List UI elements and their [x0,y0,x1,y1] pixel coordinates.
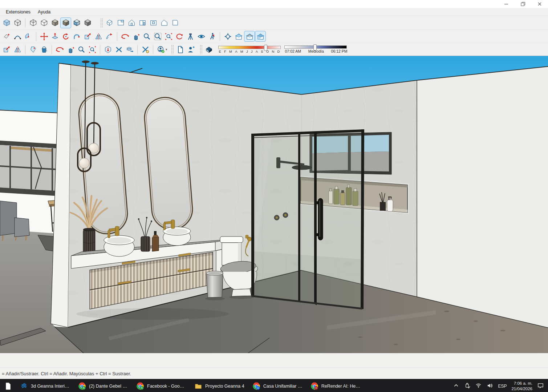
taskbar-item-3d-geanna-interior[interactable]: 3d Geanna Interior ... [16,379,74,392]
style-wireframe-icon [29,19,37,27]
view-left-button[interactable] [159,17,170,28]
zoom-extents-icon [165,32,173,41]
arc-2pt-button[interactable] [12,31,23,42]
taskbar: 3d Geanna Interior ...h(2) Dante Gebel #… [0,379,548,392]
flip-button[interactable] [12,44,23,55]
zoom-button[interactable] [76,44,87,55]
taskbar-item-2-dante-gebel-94[interactable]: h(2) Dante Gebel #94... [74,379,132,392]
position-camera-button[interactable] [185,31,196,42]
section-cuts-button[interactable] [244,31,255,42]
position-texture-button[interactable] [28,44,38,55]
taskbar-item-facebook-google[interactable]: hFacebook - Google ... [132,379,190,392]
zoom-window-button[interactable] [152,31,163,42]
minimize-button[interactable] [498,0,515,8]
style-xray-button[interactable] [1,17,12,28]
pan-button[interactable] [130,31,141,42]
move-button[interactable] [38,31,49,42]
date-slider-track[interactable] [218,46,281,49]
paint-bucket-button[interactable] [38,44,49,55]
date-slider-handle[interactable] [264,45,267,51]
vessel-sink-right[interactable] [163,227,191,246]
section-fills-button[interactable] [255,31,266,42]
previous-button[interactable] [174,31,185,42]
taskbar-item-casa-unifamiliar-en[interactable]: cCasa Unifamiliar en... [248,379,307,392]
add-person-button[interactable] [186,44,197,55]
restore-down-button[interactable] [515,0,531,8]
style-shaded-button[interactable] [49,17,60,28]
menu-ayuda[interactable]: Ayuda [34,9,54,15]
pan-button[interactable] [65,44,76,55]
taskbar-item-rerender-ai-herra[interactable]: ≈ReRender AI: Herra... [307,379,365,392]
get-models-button[interactable] [102,44,113,55]
zoom-extents-button[interactable] [87,44,98,55]
3d-viewport[interactable] [0,56,548,368]
close-icon [537,1,543,7]
flip-icon [94,32,103,41]
vessel-sink-left[interactable] [104,235,134,256]
new-document-button[interactable] [175,44,186,55]
taskbar-item-proyecto-geanna-4[interactable]: Proyecto Geanna 4 [190,379,248,392]
style-monochrome-button[interactable] [82,17,93,28]
tray-chevron-up-icon[interactable] [453,382,459,390]
time-slider-track[interactable] [284,45,347,49]
taskbar-item-file-document[interactable] [0,379,16,392]
flip-button[interactable] [93,31,104,42]
taskbar-item-label: Facebook - Google ... [147,384,186,389]
view-iso-button[interactable] [104,17,115,28]
close-button[interactable] [531,0,548,8]
style-shaded-textures-button[interactable] [60,17,71,28]
orbit-button[interactable] [54,44,65,55]
section-display-icon [235,32,243,41]
view-bottom-button[interactable] [170,17,180,28]
clock-date: 21/04/2026 [511,386,532,392]
month-label: N [272,49,274,53]
toolbar-grip [100,18,103,28]
section-plane-button[interactable] [222,31,233,42]
rotated-rect-button[interactable] [104,31,115,42]
time-label: 07:02 AM [285,49,301,53]
wifi-icon[interactable] [475,382,482,390]
section-display-button[interactable] [233,31,244,42]
usb-icon[interactable] [464,382,471,390]
zoom-extents-button[interactable] [163,31,174,42]
cleanup-button[interactable] [113,44,124,55]
section-plane-icon [224,32,232,41]
eraser-button[interactable] [1,31,12,42]
account-button[interactable] [155,44,166,55]
style-back-edges-button[interactable] [12,17,23,28]
volume-icon[interactable] [487,382,493,390]
right-wall[interactable] [417,66,548,328]
taskbar-clock[interactable]: 7:06 a. m.21/04/2026 [511,381,532,392]
scale-button[interactable] [1,44,12,55]
view-back-button[interactable] [148,17,159,28]
settings-x-button[interactable] [140,44,151,55]
position-camera-icon [186,32,195,41]
style-textured-button[interactable] [71,17,82,28]
zoom-button[interactable] [141,31,152,42]
style-wireframe-button[interactable] [28,17,38,28]
pie-button[interactable] [23,31,34,42]
push-pull-button[interactable] [49,31,60,42]
view-top-button[interactable] [115,17,126,28]
view-right-button[interactable] [137,17,148,28]
follow-me-button[interactable] [71,31,82,42]
toolbar-grip [200,45,202,54]
trash-can[interactable] [205,271,225,300]
walk-button[interactable] [207,31,218,42]
model-scene [0,56,548,353]
orbit-button[interactable] [119,31,130,42]
time-slider-handle[interactable] [313,44,317,50]
notification-icon[interactable] [537,382,544,390]
look-around-button[interactable] [196,31,207,42]
style-hidden-line-button[interactable] [38,17,49,28]
rotate-button[interactable] [60,31,71,42]
scale-button[interactable] [82,31,93,42]
shadows-toggle-button[interactable] [204,44,215,55]
shower-enclosure[interactable] [251,129,364,310]
language-indicator[interactable]: ESP [498,384,507,389]
account-dropdown-caret[interactable]: ▾ [166,48,167,51]
view-front-button[interactable] [126,17,137,28]
menu-extensiones[interactable]: Extensiones [2,9,34,15]
share-model-button[interactable] [124,44,135,55]
orbit-icon [56,45,64,54]
